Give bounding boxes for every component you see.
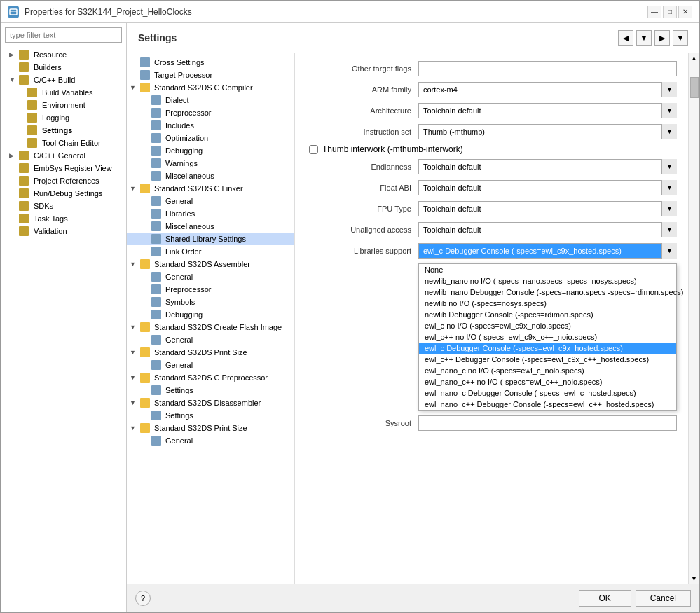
right-tree-item-std-s32ds-c-linker[interactable]: ▼Standard S32DS C Linker [127,182,294,195]
ok-button[interactable]: OK [579,590,631,607]
endianness-arrow[interactable]: ▼ [661,159,677,174]
left-tree-item-project-refs[interactable]: Project References [1,174,126,187]
left-tree-item-cpp-build[interactable]: ▼C/C++ Build [1,74,126,86]
right-tree-item-std-create-flash[interactable]: ▼Standard S32DS Create Flash Image [127,321,294,333]
right-tree-item-debugging[interactable]: Debugging [127,144,294,157]
thumb-interwork-checkbox[interactable] [309,145,318,154]
right-tree-item-symbols[interactable]: Symbols [127,296,294,308]
architecture-arrow[interactable]: ▼ [661,103,677,118]
left-tree-item-sdks[interactable]: SDKs [1,200,126,212]
right-tree-item-includes[interactable]: Includes [127,119,294,132]
left-tree-item-settings[interactable]: Settings [1,124,126,137]
right-tree-item-preprocessor[interactable]: Preprocessor [127,106,294,119]
scrollbar-thumb[interactable] [690,77,699,98]
close-button[interactable]: ✕ [678,6,692,18]
dropdown-item-ewl-c-debugger[interactable]: ewl_c Debugger Console (-specs=ewl_c9x_h… [419,343,676,354]
dropdown-item-newlib-nano-no-io[interactable]: newlib_nano no I/O (-specs=nano.specs -s… [419,275,676,287]
rt-label-warnings: Warnings [165,159,198,167]
help-button[interactable]: ? [135,591,151,606]
left-tree-item-task-tags[interactable]: Task Tags [1,212,126,225]
right-tree-item-miscellaneous[interactable]: Miscellaneous [127,170,294,182]
left-tree-item-environment[interactable]: Environment [1,99,126,111]
right-tree-item-cross-settings[interactable]: Cross Settings [127,56,294,69]
right-tree-item-general5[interactable]: General [127,434,294,447]
left-tree-item-resource[interactable]: ▶Resource [1,48,126,61]
left-tree-item-cpp-general[interactable]: ▶C/C++ General [1,149,126,162]
instruction-set-select[interactable]: Thumb (-mthumb) [418,124,677,139]
left-tree-item-logging[interactable]: Logging [1,111,126,124]
right-tree-item-general4[interactable]: General [127,359,294,371]
left-tree-item-run-debug[interactable]: Run/Debug Settings [1,187,126,200]
right-tree-item-std-disassembler[interactable]: ▼Standard S32DS Disassembler [127,397,294,409]
right-tree-item-settings[interactable]: Settings [127,384,294,397]
dropdown-item-ewl-nano-cpp-debugger[interactable]: ewl_nano_c++ Debugger Console (-specs=ew… [419,399,676,410]
dropdown-item-ewl-nano-c-no-io[interactable]: ewl_nano_c no I/O (-specs=ewl_c_noio.spe… [419,365,676,376]
right-tree-item-settings2[interactable]: Settings [127,409,294,422]
right-tree-item-general3[interactable]: General [127,333,294,346]
scroll-up[interactable]: ▲ [689,53,699,63]
right-tree-item-std-s32ds-c[interactable]: ▼Standard S32DS C Compiler [127,81,294,94]
scroll-down[interactable]: ▼ [689,574,699,584]
right-tree-item-general2[interactable]: General [127,270,294,283]
right-tree-item-std-assembler[interactable]: ▼Standard S32DS Assembler [127,258,294,270]
dropdown-item-ewl-cpp-debugger[interactable]: ewl_c++ Debugger Console (-specs=ewl_c9x… [419,354,676,365]
dropdown-item-newlib-debugger[interactable]: newlib Debugger Console (-specs=rdimon.s… [419,309,676,320]
titlebar: Properties for S32K144_Project_HelloCloc… [1,1,699,23]
libraries-support-arrow[interactable]: ▼ [661,243,677,259]
right-tree-item-target-proc[interactable]: Target Processor [127,69,294,81]
unaligned-access-select[interactable]: Toolchain default [418,222,677,237]
left-tree-item-embsys[interactable]: EmbSys Register View [1,162,126,174]
right-tree-item-link-order[interactable]: Link Order [127,245,294,258]
unaligned-access-control: Toolchain default ▼ [418,222,677,237]
maximize-button[interactable]: □ [663,6,677,18]
rt-label-general3: General [165,336,193,344]
left-tree-item-toolchain[interactable]: Tool Chain Editor [1,137,126,149]
right-tree-item-shared-lib[interactable]: Shared Library Settings [127,233,294,245]
left-tree-item-build-vars[interactable]: Build Variables [1,86,126,99]
sysroot-input[interactable] [418,415,677,431]
cancel-button[interactable]: Cancel [636,590,691,607]
rt-label-std-print-size2: Standard S32DS Print Size [154,424,247,432]
dropdown-item-newlib-no-io[interactable]: newlib no I/O (-specs=nosys.specs) [419,298,676,309]
dropdown-item-newlib-nano-debugger[interactable]: newlib_nano Debugger Console (-specs=nan… [419,287,676,298]
right-tree-item-libraries[interactable]: Libraries [127,207,294,220]
dropdown-item-ewl-cpp-no-io[interactable]: ewl_c++ no I/O (-specs=ewl_c9x_c++_noio.… [419,331,676,343]
float-abi-arrow[interactable]: ▼ [661,180,677,195]
dropdown-item-ewl-nano-c-debugger[interactable]: ewl_nano_c Debugger Console (-specs=ewl_… [419,387,676,399]
right-tree-item-warnings[interactable]: Warnings [127,157,294,170]
instruction-set-arrow[interactable]: ▼ [661,124,677,139]
filter-input[interactable] [5,27,122,43]
vertical-scrollbar[interactable]: ▲ ▼ [688,53,699,584]
dropdown-item-ewl-c-no-io[interactable]: ewl_c no I/O (-specs=ewl_c9x_noio.specs) [419,320,676,331]
right-tree-item-std-print-size[interactable]: ▼Standard S32DS Print Size [127,346,294,359]
right-tree-item-std-c-preprocessor[interactable]: ▼Standard S32DS C Preprocessor [127,371,294,384]
fpu-type-arrow[interactable]: ▼ [661,201,677,216]
right-tree-item-miscellaneous2[interactable]: Miscellaneous [127,220,294,233]
left-tree-item-validation[interactable]: Validation [1,225,126,237]
nav-dropdown-button[interactable]: ▼ [636,30,652,46]
more-button[interactable]: ▼ [673,30,688,46]
tree-label-build-vars: Build Variables [42,88,93,97]
float-abi-select[interactable]: Toolchain default [418,180,677,195]
dropdown-item-ewl-nano-cpp-no-io[interactable]: ewl_nano_c++ no I/O (-specs=ewl_c++_noio… [419,376,676,387]
architecture-select[interactable]: Toolchain default [418,103,677,118]
right-tree-item-preprocessor2[interactable]: Preprocessor [127,283,294,296]
endianness-select[interactable]: Toolchain default [418,159,677,174]
left-tree-item-builders[interactable]: Builders [1,61,126,74]
minimize-button[interactable]: — [647,6,661,18]
libraries-support-select[interactable]: ewl_c Debugger Console (-specs=ewl_c9x_h… [418,243,677,259]
right-tree-item-debugging2[interactable]: Debugging [127,308,294,321]
right-tree-item-general[interactable]: General [127,195,294,207]
back-button[interactable]: ◀ [618,30,633,46]
right-tree-item-dialect[interactable]: Dialect [127,94,294,106]
other-target-input[interactable] [418,61,677,76]
forward-button[interactable]: ▶ [654,30,670,46]
right-tree-item-std-print-size2[interactable]: ▼Standard S32DS Print Size [127,422,294,434]
right-tree-item-optimization[interactable]: Optimization [127,132,294,144]
unaligned-access-arrow[interactable]: ▼ [661,222,677,237]
dropdown-item-none[interactable]: None [419,264,676,275]
fpu-type-select[interactable]: Toolchain default [418,201,677,216]
arm-family-arrow[interactable]: ▼ [661,82,677,97]
rt-icon-dialect [151,95,161,105]
arm-family-select[interactable]: cortex-m4 [418,82,677,97]
